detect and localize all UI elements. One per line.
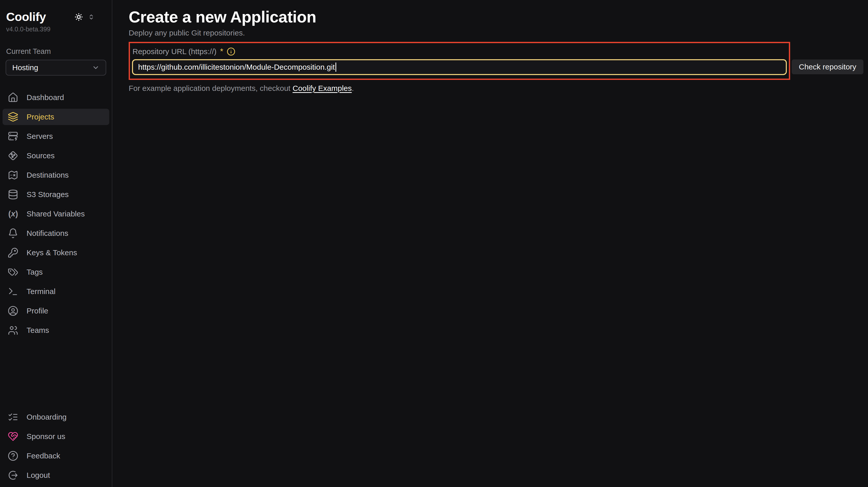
help-circle-icon <box>8 451 19 461</box>
sidebar-item-s3-storages[interactable]: S3 Storages <box>3 186 109 203</box>
sidebar-item-label: Onboarding <box>27 413 67 421</box>
user-circle-icon <box>8 305 19 316</box>
sidebar-item-label: Tags <box>27 268 43 277</box>
key-icon <box>8 247 19 258</box>
sidebar-item-projects[interactable]: Projects <box>3 109 109 125</box>
home-icon <box>8 92 19 103</box>
bell-icon <box>8 228 19 239</box>
helper-prefix: For example application deployments, che… <box>129 84 292 92</box>
sidebar-item-sources[interactable]: Sources <box>3 148 109 164</box>
database-icon <box>8 189 19 200</box>
header-actions <box>74 13 94 21</box>
main-content: Create a new Application Deploy any publ… <box>112 0 868 487</box>
sidebar-item-keys-tokens[interactable]: Keys & Tokens <box>3 245 109 261</box>
chevrons-up-down-icon[interactable] <box>88 14 94 20</box>
repository-url-input[interactable]: https://github.com/illicitestonion/Modul… <box>132 59 787 75</box>
sidebar-item-label: Destinations <box>27 171 69 180</box>
sidebar-item-onboarding[interactable]: Onboarding <box>3 409 109 425</box>
sidebar-item-label: Shared Variables <box>27 209 85 218</box>
logo-row: Coolify <box>0 10 112 24</box>
app-version: v4.0.0-beta.399 <box>0 26 112 33</box>
git-source-icon <box>8 150 19 161</box>
sidebar: Coolify v4.0.0-beta.399 Current Team Hos… <box>0 0 112 487</box>
sidebar-item-label: Projects <box>27 112 54 121</box>
sidebar-nav: Dashboard Projects Servers Sources Desti… <box>0 89 112 338</box>
sidebar-item-shared-variables[interactable]: (x) Shared Variables <box>3 206 109 222</box>
sidebar-item-tags[interactable]: Tags <box>3 264 109 280</box>
sidebar-item-label: S3 Storages <box>27 190 69 199</box>
sidebar-item-label: Servers <box>27 132 53 141</box>
check-repository-button[interactable]: Check repository <box>792 60 863 74</box>
sidebar-item-destinations[interactable]: Destinations <box>3 167 109 183</box>
map-icon <box>8 170 19 181</box>
current-team-label: Current Team <box>0 47 112 56</box>
app-logo: Coolify <box>6 10 46 24</box>
sidebar-item-label: Keys & Tokens <box>27 248 77 257</box>
sidebar-item-terminal[interactable]: Terminal <box>3 283 109 300</box>
sidebar-item-servers[interactable]: Servers <box>3 128 109 144</box>
sidebar-item-sponsor-us[interactable]: Sponsor us <box>3 428 109 445</box>
terminal-icon <box>8 286 19 297</box>
repository-form-row: Repository URL (https://) * https://gith… <box>129 42 868 80</box>
list-checks-icon <box>8 412 19 422</box>
sidebar-item-teams[interactable]: Teams <box>3 322 109 338</box>
page-title: Create a new Application <box>129 8 868 26</box>
variables-icon: (x) <box>8 208 19 219</box>
sidebar-item-label: Sources <box>27 151 55 160</box>
sidebar-item-label: Sponsor us <box>27 432 65 441</box>
text-cursor <box>336 63 336 72</box>
chevron-down-icon <box>92 64 99 71</box>
page-subtitle: Deploy any public Git repositories. <box>129 29 868 37</box>
sidebar-item-label: Feedback <box>27 452 60 460</box>
sidebar-item-profile[interactable]: Profile <box>3 303 109 319</box>
repository-url-value: https://github.com/illicitestonion/Modul… <box>138 63 335 71</box>
logout-icon <box>8 470 19 481</box>
sidebar-item-label: Terminal <box>27 287 55 296</box>
sidebar-item-label: Profile <box>27 306 48 315</box>
sidebar-item-label: Notifications <box>27 229 68 238</box>
sidebar-item-label: Logout <box>27 471 50 480</box>
required-asterisk: * <box>220 47 223 56</box>
team-select-value: Hosting <box>12 63 38 72</box>
layers-icon <box>8 111 19 122</box>
info-icon[interactable] <box>227 47 236 56</box>
sun-icon[interactable] <box>74 13 83 21</box>
repository-field-group: Repository URL (https://) * https://gith… <box>129 42 790 80</box>
tags-icon <box>8 267 19 278</box>
repository-url-label-row: Repository URL (https://) * <box>132 47 787 56</box>
sidebar-item-label: Teams <box>27 326 49 335</box>
sidebar-item-feedback[interactable]: Feedback <box>3 448 109 464</box>
helper-text: For example application deployments, che… <box>129 84 868 93</box>
heart-handshake-icon <box>8 431 19 442</box>
helper-suffix: . <box>352 84 354 92</box>
server-icon <box>8 131 19 142</box>
team-select[interactable]: Hosting <box>6 60 106 75</box>
sidebar-bottom-nav: Onboarding Sponsor us Feedback Logout <box>0 409 112 483</box>
coolify-examples-link[interactable]: Coolify Examples <box>292 84 352 92</box>
sidebar-item-logout[interactable]: Logout <box>3 467 109 483</box>
users-icon <box>8 325 19 336</box>
sidebar-item-notifications[interactable]: Notifications <box>3 225 109 241</box>
sidebar-item-label: Dashboard <box>27 93 64 102</box>
repository-url-label: Repository URL (https://) <box>132 47 216 56</box>
sidebar-item-dashboard[interactable]: Dashboard <box>3 89 109 106</box>
